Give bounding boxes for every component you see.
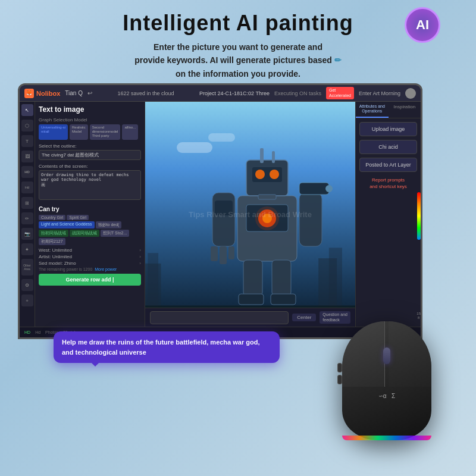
model-label: Graph Selection Model: [39, 117, 141, 123]
topbar-user: Tian Q: [65, 90, 83, 96]
mouse-body: ∽α Σ: [342, 321, 431, 440]
select-outline-label: Select the outline:: [39, 143, 141, 149]
chi-acid-button[interactable]: Chi acid: [359, 140, 417, 154]
left-panel: Text to image Graph Selection Model Univ…: [35, 102, 145, 327]
icon-styles[interactable]: ✦: [21, 243, 33, 255]
svg-point-7: [270, 170, 279, 179]
topbar-undo-icon[interactable]: ↩: [87, 90, 92, 96]
mouse-right-button[interactable]: [389, 321, 431, 387]
mouse-scroll-wheel[interactable]: [383, 347, 390, 364]
icon-plus[interactable]: +: [21, 295, 33, 306]
monitor: 🦊 Nolibox Tian Q ↩ 1622 saved in the clo…: [18, 83, 422, 357]
try-tag-light-goddess[interactable]: Light and Science Goddess: [39, 221, 95, 228]
icon-hd2[interactable]: Hd: [21, 181, 33, 193]
more-power-link[interactable]: More power: [95, 267, 117, 271]
posted-art-layer-button[interactable]: Posted to Art Layer: [359, 158, 417, 172]
app-ui: 🦊 Nolibox Tian Q ↩ 1622 saved in the clo…: [20, 85, 421, 337]
topbar-avatar: [405, 88, 416, 99]
tab-inspiration[interactable]: Inspiration: [389, 102, 421, 118]
get-accelerated-button[interactable]: Get Accelerated: [326, 87, 354, 99]
topbar-enter-art[interactable]: Enter Art Morning: [359, 90, 400, 96]
center-button[interactable]: Center: [292, 314, 316, 321]
svg-point-6: [255, 170, 265, 179]
svg-rect-21: [260, 148, 264, 163]
report-prompts-link[interactable]: Report prompts and shortcut keys: [359, 177, 417, 190]
mouse-side-buttons: [337, 363, 342, 384]
right-panel-body: Upload image Chi acid Posted to Art Laye…: [356, 118, 421, 327]
status-item-hd: HD: [24, 330, 30, 334]
topbar: 🦊 Nolibox Tian Q ↩ 1622 saved in the clo…: [20, 85, 421, 102]
topbar-save-info: 1622 saved in the cloud: [97, 90, 195, 96]
icon-edit[interactable]: ✏: [21, 212, 33, 224]
svg-point-16: [325, 185, 333, 192]
prompt-input[interactable]: [150, 311, 289, 324]
mouse-left-button[interactable]: [342, 321, 385, 387]
bottom-prompt-bar: Center Question and feedback: [145, 308, 355, 327]
mouse-rgb-strip: [342, 436, 431, 440]
panel-title: Text to image: [39, 105, 141, 114]
power-remaining: The remaining power is 1200 More power: [39, 267, 141, 271]
upload-image-button[interactable]: Upload image: [359, 122, 417, 136]
model-options: Universalting-sinitiall RealisticModel S…: [39, 124, 141, 140]
icon-settings[interactable]: ⚙: [21, 279, 33, 291]
right-tabs: Attributes andOperations Inspiration: [356, 102, 421, 118]
topbar-project: Project 24-C1-181C:02 Three: [199, 90, 270, 96]
try-tag-2[interactable]: 拍初同场战域: [39, 230, 68, 237]
mouse-side-btn-1[interactable]: [337, 363, 342, 372]
icon-text[interactable]: T: [21, 135, 33, 147]
mouse-side-btn-2[interactable]: [337, 375, 342, 384]
icon-shapes[interactable]: ⬡: [21, 120, 33, 131]
side-numbers: 15 8: [416, 312, 421, 320]
try-row-west[interactable]: West: Unlimited ›: [39, 248, 141, 253]
try-tag-4[interactable]: 想到T Sto2...: [101, 230, 129, 237]
icon-layers[interactable]: ⊞: [21, 197, 33, 209]
monitor-screen: 🦊 Nolibox Tian Q ↩ 1622 saved in the clo…: [18, 83, 422, 339]
speech-bubble-text: Help me draw the ruins of the future bat…: [62, 339, 260, 356]
main-layout: ↖ ⬡ T 🖼 HD Hd ⊞ ✏ 📷 ✦ OtherArea ⚙ + Text: [20, 102, 421, 327]
icon-image[interactable]: 🖼: [21, 151, 33, 162]
model-opt-second[interactable]: SeconddimensionmodelThird party: [90, 124, 121, 140]
svg-rect-22: [272, 151, 275, 163]
generate-button[interactable]: Generate row add |: [39, 274, 141, 286]
try-tag-1[interactable]: 独妙to ded(: [96, 221, 122, 228]
topbar-logo: 🦊 Nolibox: [24, 89, 60, 98]
ai-logo: AI: [405, 7, 440, 43]
mech-image: Tips River Smart and Broad Write: [145, 102, 355, 327]
model-opt-universal[interactable]: Universalting-sinitiall: [39, 124, 68, 140]
mouse-logo: ∽α Σ: [378, 393, 395, 399]
canvas-area[interactable]: Tips River Smart and Broad Write Center …: [145, 102, 355, 327]
try-tag-country-girl[interactable]: Country Girl: [39, 215, 65, 220]
try-row-sedmodel[interactable]: Sed model: Zhino ›: [39, 261, 141, 266]
can-try-label: Can try: [39, 206, 141, 212]
contents-textarea[interactable]: Order drawing thino to defeat mechs war …: [39, 170, 141, 200]
icon-other-area[interactable]: OtherArea: [21, 259, 33, 275]
tab-attributes[interactable]: Attributes andOperations: [356, 102, 389, 118]
icon-hd[interactable]: HD: [21, 166, 33, 178]
model-opt-realistic[interactable]: RealisticModel: [70, 124, 88, 140]
icon-photos[interactable]: 📷: [21, 228, 33, 240]
right-panel: Attributes andOperations Inspiration Upl…: [355, 102, 421, 327]
topbar-executing: Executing ON tasks: [274, 90, 321, 96]
try-tags: Country Girl Spirit Girl Light and Scien…: [39, 215, 141, 245]
try-row-artist[interactable]: Artist: Unlimited ›: [39, 254, 141, 259]
header: Intelligent AI painting Enter the pictur…: [0, 0, 476, 80]
outline-dropdown[interactable]: The civing7 dat 超图创模式: [39, 150, 141, 160]
try-tag-5[interactable]: 初期同2127: [39, 238, 65, 245]
nolibox-logo-icon: 🦊: [24, 89, 34, 98]
icon-cursor[interactable]: ↖: [21, 104, 33, 116]
status-item-hd2: Hd: [35, 330, 40, 334]
contents-label: Contents of the screen:: [39, 164, 141, 169]
speech-bubble: Help me draw the ruins of the future bat…: [54, 331, 280, 363]
header-subtitle: Enter the picture you want to generate a…: [0, 40, 476, 80]
mouse: ∽α Σ: [327, 321, 446, 464]
left-icon-bar: ↖ ⬡ T 🖼 HD Hd ⊞ ✏ 📷 ✦ OtherArea ⚙ +: [20, 102, 35, 327]
model-opt-alt[interactable]: alllno...: [122, 124, 138, 140]
color-strip: [417, 192, 421, 240]
background-buildings: [145, 192, 355, 327]
try-tag-spirit-girl[interactable]: Spirit Girl: [67, 215, 89, 220]
try-tag-3[interactable]: 战国同场战城: [70, 230, 99, 237]
